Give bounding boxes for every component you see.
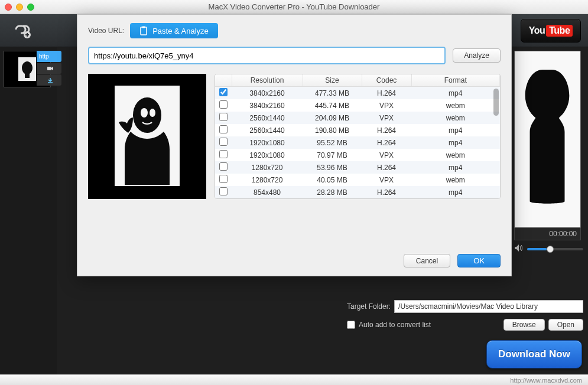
video-url-input[interactable] <box>88 47 446 64</box>
cell-resolution: 3840x2160 <box>232 87 303 100</box>
col-format[interactable]: Format <box>411 74 500 87</box>
queue-sidebar: http <box>0 47 57 374</box>
target-folder-input[interactable] <box>394 300 583 313</box>
preview-timecode: 00:00:00 <box>514 228 581 240</box>
queue-item-tags: http <box>37 51 61 86</box>
open-button[interactable]: Open <box>548 319 583 331</box>
formats-table-wrapper: Resolution Size Codec Format 3840x216047… <box>215 74 501 199</box>
cell-size: 190.80 MB <box>303 124 362 136</box>
cell-size: 53.96 MB <box>303 161 362 174</box>
cell-format: mp4 <box>411 186 500 198</box>
row-checkbox[interactable] <box>219 150 228 158</box>
download-icon <box>47 77 54 83</box>
cell-format: webm <box>411 198 500 199</box>
row-checkbox[interactable] <box>219 187 228 195</box>
svg-point-10 <box>141 108 148 118</box>
camera-icon <box>47 66 54 71</box>
col-resolution[interactable]: Resolution <box>232 74 303 87</box>
row-checkbox[interactable] <box>219 113 228 121</box>
table-row[interactable]: 854x48028.28 MBH.264mp4 <box>215 186 500 198</box>
volume-slider[interactable] <box>527 248 583 250</box>
cell-codec: H.264 <box>362 136 411 149</box>
cell-codec: VPX <box>362 149 411 161</box>
row-checkbox[interactable] <box>219 125 228 133</box>
youtube-logo: YouTube <box>521 19 581 43</box>
target-folder-row: Target Folder: <box>347 298 583 315</box>
cell-resolution: 3840x2160 <box>232 99 303 112</box>
col-codec[interactable]: Codec <box>362 74 411 87</box>
table-row[interactable]: 2560x1440204.09 MBVPXwebm <box>215 112 500 124</box>
analyze-dialog: Video URL: Paste & Analyze Analyze <box>77 14 512 276</box>
cell-codec: H.264 <box>362 161 411 174</box>
cell-size: 477.33 MB <box>303 87 362 100</box>
table-row[interactable]: 1920x108095.52 MBH.264mp4 <box>215 136 500 149</box>
cell-resolution: 1920x1080 <box>232 136 303 149</box>
row-checkbox[interactable] <box>219 175 228 183</box>
cell-codec: VPX <box>362 198 411 199</box>
table-row[interactable]: 1920x108070.97 MBVPXwebm <box>215 149 500 161</box>
cell-size: 70.97 MB <box>303 149 362 161</box>
table-row[interactable]: 854x48020.14 MBVPXwebm <box>215 198 500 199</box>
cell-format: webm <box>411 149 500 161</box>
preview-image <box>514 51 581 228</box>
cell-codec: H.264 <box>362 87 411 100</box>
cell-codec: VPX <box>362 112 411 124</box>
clipboard-icon <box>139 26 148 35</box>
table-row[interactable]: 1280x72053.96 MBH.264mp4 <box>215 161 500 174</box>
dialog-footer: Cancel OK <box>404 254 501 267</box>
analyze-button[interactable]: Analyze <box>453 48 501 63</box>
ok-button[interactable]: OK <box>457 254 501 267</box>
cell-size: 95.52 MB <box>303 136 362 149</box>
paste-analyze-button[interactable]: Paste & Analyze <box>130 23 218 38</box>
col-size[interactable]: Size <box>303 74 362 87</box>
status-bar: http://www.macxdvd.com <box>0 374 588 385</box>
row-checkbox[interactable] <box>219 88 228 96</box>
speaker-icon[interactable] <box>514 244 524 254</box>
svg-rect-6 <box>142 27 145 28</box>
browse-button[interactable]: Browse <box>503 319 545 331</box>
volume-thumb[interactable] <box>547 246 554 253</box>
link-plus-icon <box>12 22 32 40</box>
svg-rect-3 <box>47 67 51 70</box>
download-now-button[interactable]: Download Now <box>486 340 582 368</box>
queue-tag-record[interactable] <box>37 63 61 74</box>
table-row[interactable]: 3840x2160445.74 MBVPXwebm <box>215 99 500 112</box>
queue-item[interactable]: http <box>4 51 52 87</box>
row-checkbox[interactable] <box>219 138 228 146</box>
table-row[interactable]: 1280x72040.05 MBVPXwebm <box>215 174 500 186</box>
cell-format: mp4 <box>411 124 500 136</box>
dialog-content: Resolution Size Codec Format 3840x216047… <box>88 74 501 199</box>
cell-size: 28.28 MB <box>303 186 362 198</box>
auto-add-text: Auto add to convert list <box>359 321 431 329</box>
youtube-text-tube: Tube <box>546 25 573 37</box>
cell-size: 204.09 MB <box>303 112 362 124</box>
cell-resolution: 1280x720 <box>232 161 303 174</box>
cell-format: mp4 <box>411 136 500 149</box>
cell-size: 40.05 MB <box>303 174 362 186</box>
auto-add-checkbox-label[interactable]: Auto add to convert list <box>347 321 431 329</box>
row-checkbox[interactable] <box>219 100 228 109</box>
cancel-button[interactable]: Cancel <box>404 254 450 267</box>
cell-resolution: 1280x720 <box>232 174 303 186</box>
table-row[interactable]: 2560x1440190.80 MBH.264mp4 <box>215 124 500 136</box>
cell-format: webm <box>411 174 500 186</box>
cell-codec: VPX <box>362 174 411 186</box>
queue-tag-download[interactable] <box>37 74 61 86</box>
cell-resolution: 2560x1440 <box>232 124 303 136</box>
formats-table: Resolution Size Codec Format 3840x216047… <box>215 74 500 199</box>
target-options-row: Auto add to convert list Browse Open <box>347 315 583 338</box>
col-check <box>215 74 232 87</box>
queue-tag-url[interactable]: http <box>37 51 61 62</box>
table-row[interactable]: 3840x2160477.33 MBH.264mp4 <box>215 87 500 100</box>
url-input-row: Analyze <box>88 47 501 64</box>
target-folder-label: Target Folder: <box>347 302 391 311</box>
auto-add-checkbox[interactable] <box>347 321 355 329</box>
row-checkbox[interactable] <box>219 162 228 171</box>
scrollbar-thumb[interactable] <box>493 89 499 116</box>
cell-size: 20.14 MB <box>303 198 362 199</box>
cell-format: webm <box>411 99 500 112</box>
table-scrollbar[interactable] <box>493 89 499 197</box>
add-link-button[interactable] <box>7 19 37 43</box>
volume-control <box>514 244 583 254</box>
url-label-row: Video URL: Paste & Analyze <box>88 23 501 38</box>
